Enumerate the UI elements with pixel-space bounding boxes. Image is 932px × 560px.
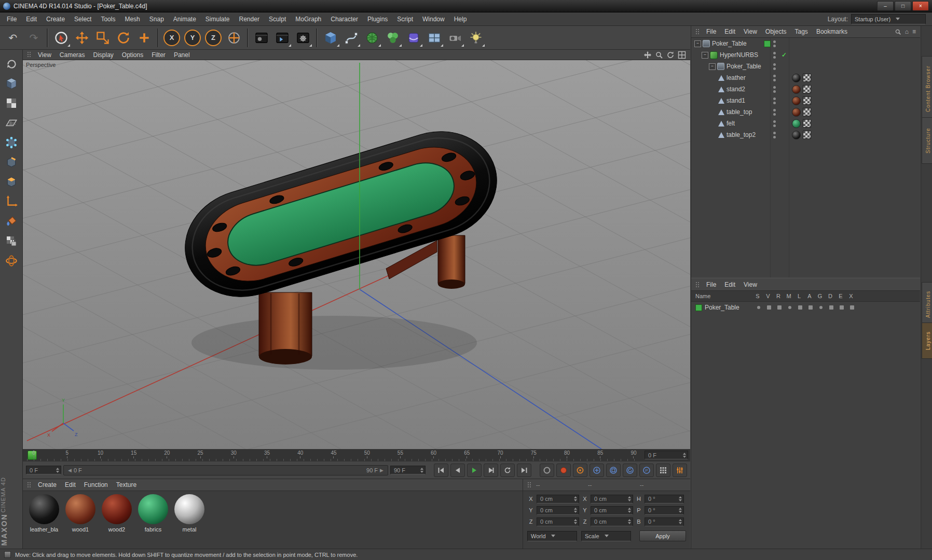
vp-menu-view[interactable]: View <box>34 50 56 60</box>
coordinate-space-dropdown[interactable]: World <box>527 531 577 541</box>
polygons-mode-button[interactable] <box>2 173 21 191</box>
zoom-view-icon[interactable] <box>655 51 663 59</box>
add-subdivision-surface-button[interactable] <box>362 28 382 48</box>
add-mograph-object-button[interactable] <box>383 28 403 48</box>
panel-grip[interactable] <box>27 482 32 488</box>
vp-menu-filter[interactable]: Filter <box>147 50 170 60</box>
texture-tag-icon[interactable] <box>803 131 811 139</box>
tab-layers[interactable]: Layers <box>922 323 932 359</box>
model-mode-button[interactable] <box>2 74 21 93</box>
layer-color-chip[interactable] <box>764 40 771 47</box>
rotation-header[interactable]: -- <box>638 482 643 488</box>
object-tree-row[interactable]: table_top2 <box>691 129 920 141</box>
visibility-dots[interactable] <box>773 63 776 70</box>
menu-mograph[interactable]: MoGraph <box>291 13 326 25</box>
vp-menu-display[interactable]: Display <box>89 50 117 60</box>
last-used-tool[interactable] <box>134 28 154 48</box>
render-settings-button[interactable] <box>293 28 313 48</box>
rot-h-field[interactable]: 0 ° <box>645 495 684 503</box>
tab-content-browser[interactable]: Content Browser <box>922 56 932 121</box>
material-tag[interactable] <box>792 96 801 105</box>
make-editable-button[interactable] <box>2 54 21 73</box>
lock-x-axis-button[interactable]: X <box>162 28 182 48</box>
rot-b-field[interactable]: 0 ° <box>645 517 684 526</box>
undo-button[interactable]: ↶ <box>3 28 23 48</box>
mat-menu-function[interactable]: Function <box>80 480 112 489</box>
menu-script[interactable]: Script <box>392 13 418 25</box>
key-position-toggle[interactable] <box>590 464 604 477</box>
tab-structure[interactable]: Structure <box>922 117 932 164</box>
timeline-range-slider[interactable]: ◀ 0 F 90 F ▶ <box>63 465 388 475</box>
layer-toggle-icon[interactable] <box>805 305 816 310</box>
object-tree-row[interactable]: table_top <box>691 106 920 118</box>
layer-toggle-icon[interactable] <box>764 305 774 310</box>
column-x[interactable]: X <box>846 293 856 299</box>
column-s[interactable]: S <box>752 293 763 299</box>
menu-file[interactable]: File <box>2 13 21 25</box>
layer-toggle-icon[interactable] <box>816 306 826 309</box>
lm-menu-file[interactable]: File <box>702 280 720 289</box>
points-mode-button[interactable] <box>2 133 21 152</box>
move-tool[interactable] <box>72 28 92 48</box>
rotate-view-icon[interactable] <box>666 51 675 59</box>
layer-toggle-icon[interactable] <box>774 305 785 310</box>
add-light-object-button[interactable] <box>466 28 486 48</box>
apply-button[interactable]: Apply <box>639 530 686 541</box>
texture-tag-icon[interactable] <box>803 119 811 128</box>
rot-p-field[interactable]: 0 ° <box>645 506 684 515</box>
object-tree-row[interactable]: stand2 <box>691 83 920 95</box>
position-header[interactable]: -- <box>534 482 586 488</box>
visibility-dots[interactable] <box>773 120 776 127</box>
record-keyframe-button[interactable] <box>556 464 571 477</box>
column-m[interactable]: M <box>784 293 794 299</box>
key-scale-toggle[interactable] <box>606 464 621 477</box>
material-swatch[interactable]: leather_bla <box>27 494 61 533</box>
column-g[interactable]: G <box>815 293 825 299</box>
tab-attributes[interactable]: Attributes <box>922 282 932 327</box>
visibility-dots[interactable] <box>773 40 776 47</box>
panel-grip[interactable] <box>695 282 700 288</box>
max-frame-field[interactable]: 90 F <box>390 466 426 474</box>
edges-mode-button[interactable] <box>2 153 21 172</box>
vp-menu-cameras[interactable]: Cameras <box>56 50 89 60</box>
search-icon[interactable] <box>895 29 901 35</box>
goto-start-button[interactable] <box>434 464 448 477</box>
om-menu-objects[interactable]: Objects <box>761 27 791 36</box>
keyframe-selection-button[interactable] <box>656 464 670 477</box>
layer-toggle-icon[interactable] <box>847 305 857 310</box>
minimize-button[interactable]: – <box>877 1 894 11</box>
material-tag[interactable] <box>792 131 801 139</box>
object-tree-row[interactable]: − HyperNURBS ✓ <box>691 49 920 61</box>
menu-help[interactable]: Help <box>449 13 472 25</box>
column-e[interactable]: E <box>835 293 846 299</box>
texture-lock-button[interactable] <box>2 232 21 250</box>
size-x-field[interactable]: 0 cm <box>591 495 633 503</box>
viewport-view-label[interactable]: Perspective <box>26 62 56 68</box>
texture-tag-icon[interactable] <box>803 96 811 105</box>
om-menu-bookmarks[interactable]: Bookmarks <box>812 27 852 36</box>
name-column-header[interactable]: Name <box>695 293 752 299</box>
panel-grip[interactable] <box>527 482 532 488</box>
lock-y-axis-button[interactable]: Y <box>183 28 202 48</box>
material-tag[interactable] <box>792 119 801 128</box>
cycle-button[interactable] <box>500 464 515 477</box>
panel-grip[interactable] <box>27 51 32 58</box>
menu-render[interactable]: Render <box>235 13 264 25</box>
material-tag[interactable] <box>792 108 801 117</box>
add-floor-object-button[interactable] <box>424 28 444 48</box>
visibility-dots[interactable] <box>773 52 776 59</box>
visibility-dots[interactable] <box>773 75 776 81</box>
column-r[interactable]: R <box>773 293 784 299</box>
add-cube-primitive-button[interactable] <box>321 28 340 48</box>
visibility-dots[interactable] <box>773 132 776 138</box>
range-left-arrow[interactable]: ◀ <box>66 468 74 473</box>
panel-menu-icon[interactable]: ≡ <box>912 28 916 35</box>
texture-tag-icon[interactable] <box>803 108 811 116</box>
object-tree-row[interactable]: felt <box>691 118 920 129</box>
goto-end-button[interactable] <box>517 464 531 477</box>
layer-row[interactable]: Poker_Table <box>691 302 920 313</box>
redo-button[interactable]: ↷ <box>24 28 44 48</box>
add-spline-pen-button[interactable] <box>341 28 361 48</box>
maximize-button[interactable]: □ <box>895 1 911 11</box>
layer-toggle-icon[interactable] <box>826 305 837 310</box>
